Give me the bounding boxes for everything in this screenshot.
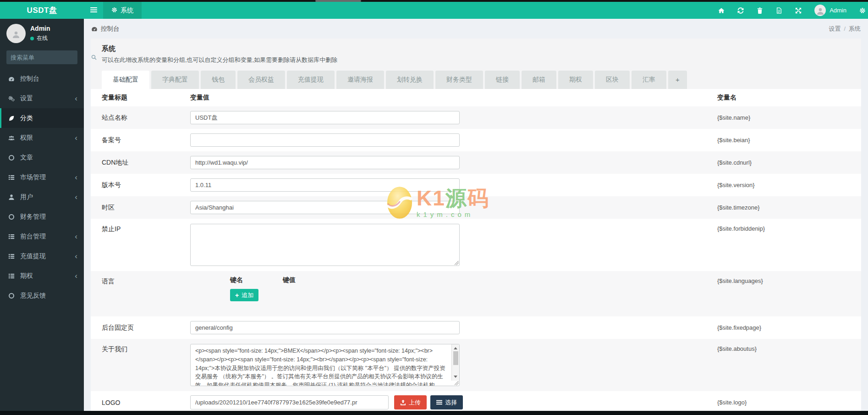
sidebar: Admin 在线 控制台 设置 ‹ 分类 权限 ‹ 文章 市场管理 ‹ bbox=[0, 19, 84, 415]
tab-1[interactable]: 字典配置 bbox=[151, 71, 199, 89]
tab-7[interactable]: 财务类型 bbox=[435, 71, 483, 89]
row-varname: {$site.aboutus} bbox=[717, 344, 861, 352]
resize-grip-icon[interactable] bbox=[455, 381, 459, 385]
refresh-icon[interactable] bbox=[737, 7, 744, 14]
user-icon bbox=[8, 194, 17, 200]
sidebar-item-4[interactable]: 文章 bbox=[0, 148, 84, 167]
breadcrumb-settings[interactable]: 设置 bbox=[829, 25, 841, 33]
tab-3[interactable]: 会员权益 bbox=[237, 71, 285, 89]
tab-11[interactable]: 区块 bbox=[595, 71, 630, 89]
tab-9[interactable]: 邮箱 bbox=[522, 71, 556, 89]
sidebar-item-3[interactable]: 权限 ‹ bbox=[0, 128, 84, 148]
sidebar-item-7[interactable]: 财务管理 bbox=[0, 207, 84, 227]
row-label: 站点名称 bbox=[102, 114, 190, 122]
upload-button[interactable]: 上传 bbox=[394, 395, 427, 409]
row-varname: {$site.forbiddenip} bbox=[717, 224, 861, 232]
tab-4[interactable]: 充值提现 bbox=[287, 71, 335, 89]
row-varname: {$site.languages} bbox=[717, 276, 861, 284]
scrubber-handle[interactable] bbox=[315, 0, 361, 2]
scroll-up-icon[interactable] bbox=[454, 347, 457, 349]
search-input[interactable] bbox=[11, 54, 91, 61]
sidebar-toggle-button[interactable] bbox=[84, 2, 103, 19]
key-name-header: 键名 bbox=[230, 276, 283, 284]
site-name-input[interactable] bbox=[190, 111, 460, 124]
breadcrumb-section[interactable]: 控制台 bbox=[101, 25, 120, 33]
page-description: 可以在此增改系统的变量和分组,也可以自定义分组和变量,如果需要删除请从数据库中删… bbox=[102, 56, 850, 64]
sidebar-item-label: 意见反馈 bbox=[20, 292, 46, 300]
append-button[interactable]: +追加 bbox=[230, 289, 258, 301]
upload-icon bbox=[400, 399, 406, 405]
brand-logo[interactable]: USDT盘 bbox=[0, 2, 84, 19]
thlist-icon bbox=[8, 273, 17, 279]
tab-6[interactable]: 划转兑换 bbox=[386, 71, 434, 89]
sidebar-item-10[interactable]: 期权 ‹ bbox=[0, 266, 84, 286]
beian-input[interactable] bbox=[190, 133, 460, 147]
fixedpage-input[interactable] bbox=[190, 321, 460, 334]
row-varname: {$site.cdnurl} bbox=[717, 159, 861, 166]
bottom-strip bbox=[0, 411, 868, 415]
add-tab-button[interactable]: + bbox=[668, 71, 687, 89]
tab-0[interactable]: 基础配置 bbox=[102, 71, 149, 89]
sidebar-item-label: 控制台 bbox=[20, 75, 39, 83]
sidebar-item-11[interactable]: 意见反馈 bbox=[0, 286, 84, 305]
scrollbar-thumb[interactable] bbox=[453, 351, 458, 365]
form-row-logo: LOGO 上传 选择 {$site.logo} bbox=[91, 391, 861, 414]
row-label: 语言 bbox=[102, 276, 190, 286]
choose-button[interactable]: 选择 bbox=[430, 395, 463, 409]
sidebar-item-6[interactable]: 用户 ‹ bbox=[0, 187, 84, 207]
timezone-input[interactable] bbox=[190, 201, 460, 214]
user-name: Admin bbox=[830, 7, 846, 14]
version-input[interactable] bbox=[190, 178, 460, 192]
header-bar: USDT盘 系统 Admin bbox=[0, 2, 868, 19]
trash-icon[interactable] bbox=[757, 7, 763, 14]
sidebar-item-0[interactable]: 控制台 bbox=[0, 69, 84, 89]
plus-icon: + bbox=[235, 292, 239, 299]
gears-icon bbox=[8, 95, 17, 102]
chevron-left-icon: ‹ bbox=[75, 252, 77, 260]
dashboard-icon bbox=[91, 26, 98, 32]
profile-status: 在线 bbox=[37, 34, 48, 42]
sidebar-item-5[interactable]: 市场管理 ‹ bbox=[0, 167, 84, 187]
sidebar-item-label: 财务管理 bbox=[20, 213, 46, 221]
tab-12[interactable]: 汇率 bbox=[632, 71, 666, 89]
sidebar-item-1[interactable]: 设置 ‹ bbox=[0, 89, 84, 108]
breadcrumb-system: 系统 bbox=[849, 25, 861, 33]
resize-grip-icon[interactable] bbox=[455, 261, 459, 265]
tab-5[interactable]: 邀请海报 bbox=[336, 71, 384, 89]
breadcrumb: 设置 / 系统 bbox=[829, 25, 861, 33]
form-row-aboutus: 关于我们 <p><span style="font-size: 14px;">B… bbox=[91, 339, 861, 391]
expand-icon[interactable] bbox=[795, 7, 802, 14]
form-row-timezone: 时区 {$site.timezone} bbox=[91, 196, 861, 219]
row-value bbox=[190, 224, 717, 266]
home-icon[interactable] bbox=[718, 7, 725, 14]
settings-gear-icon[interactable] bbox=[859, 7, 866, 14]
thlist-icon bbox=[8, 253, 17, 260]
avatar bbox=[814, 5, 826, 16]
cdnurl-input[interactable] bbox=[190, 156, 460, 169]
sidebar-item-2[interactable]: 分类 bbox=[0, 108, 84, 128]
sidebar-item-label: 权限 bbox=[20, 134, 33, 142]
online-status-dot bbox=[30, 37, 34, 40]
scroll-down-icon[interactable] bbox=[454, 376, 457, 378]
breadcrumb-separator: / bbox=[844, 25, 846, 32]
sidebar-item-9[interactable]: 充值提现 ‹ bbox=[0, 246, 84, 266]
row-value bbox=[190, 178, 717, 192]
tab-system[interactable]: 系统 bbox=[103, 2, 142, 19]
language-file-icon[interactable] bbox=[776, 7, 782, 14]
tab-8[interactable]: 链接 bbox=[485, 71, 520, 89]
user-menu[interactable]: Admin bbox=[814, 5, 846, 16]
sidebar-item-label: 分类 bbox=[20, 114, 33, 122]
scrollbar[interactable] bbox=[451, 344, 459, 381]
row-value: 键名键值 +追加 bbox=[190, 276, 717, 311]
config-panel: 系统 可以在此增改系统的变量和分组,也可以自定义分组和变量,如果需要删除请从数据… bbox=[91, 39, 861, 414]
logo-input[interactable] bbox=[190, 395, 389, 409]
sidebar-item-8[interactable]: 前台管理 ‹ bbox=[0, 227, 84, 246]
sidebar-search bbox=[6, 50, 77, 64]
forbiddenip-textarea[interactable] bbox=[190, 224, 460, 266]
tab-2[interactable]: 钱包 bbox=[201, 71, 236, 89]
search-icon[interactable] bbox=[91, 55, 97, 60]
tab-10[interactable]: 期权 bbox=[558, 71, 593, 89]
chevron-left-icon: ‹ bbox=[75, 232, 77, 240]
aboutus-textarea[interactable]: <p><span style="font-size: 14px;">BMEX</… bbox=[190, 344, 460, 386]
chevron-left-icon: ‹ bbox=[75, 193, 77, 201]
